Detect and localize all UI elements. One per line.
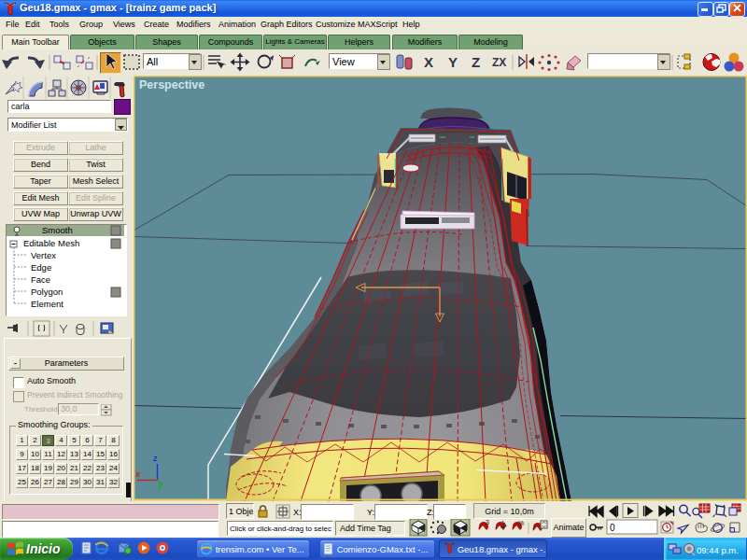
- svg-text:x: x: [134, 469, 141, 479]
- svg-text:ZX: ZX: [492, 56, 506, 69]
- svg-text:X: X: [424, 54, 433, 70]
- svg-text:%: %: [518, 520, 524, 526]
- svg-text:Face: Face: [31, 274, 50, 285]
- svg-text:y: y: [157, 481, 163, 490]
- svg-text:Element: Element: [31, 299, 63, 309]
- svg-text:Y: Y: [448, 54, 458, 70]
- svg-text:Z: Z: [472, 54, 480, 70]
- svg-text:Perspective: Perspective: [139, 78, 204, 91]
- svg-text:3: 3: [486, 519, 489, 525]
- svg-text:Polygon: Polygon: [31, 287, 63, 297]
- svg-text:0: 0: [610, 523, 615, 533]
- svg-text:Vertex: Vertex: [31, 250, 56, 260]
- svg-text:Editable Mesh: Editable Mesh: [23, 238, 79, 248]
- svg-text:Smooth: Smooth: [42, 225, 73, 235]
- svg-text:z: z: [152, 454, 158, 463]
- svg-text:Edge: Edge: [31, 262, 51, 273]
